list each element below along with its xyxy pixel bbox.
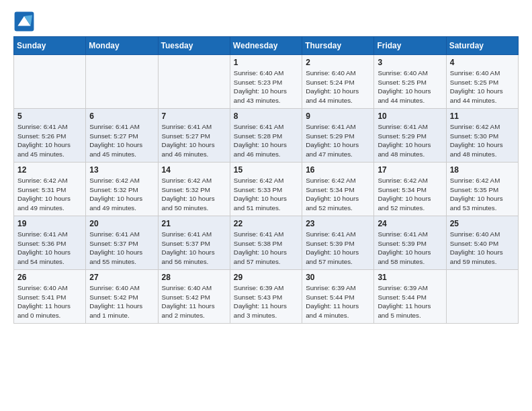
day-info: Sunrise: 6:39 AM Sunset: 5:43 PM Dayligh… <box>234 283 298 320</box>
day-info: Sunrise: 6:42 AM Sunset: 5:31 PM Dayligh… <box>17 176 82 213</box>
weekday-header-wednesday: Wednesday <box>230 37 302 55</box>
day-number: 12 <box>17 165 82 175</box>
calendar-cell: 11Sunrise: 6:42 AM Sunset: 5:30 PM Dayli… <box>446 109 518 163</box>
calendar-cell: 26Sunrise: 6:40 AM Sunset: 5:41 PM Dayli… <box>14 270 86 324</box>
day-number: 9 <box>306 111 370 121</box>
day-info: Sunrise: 6:40 AM Sunset: 5:24 PM Dayligh… <box>306 68 370 105</box>
day-info: Sunrise: 6:41 AM Sunset: 5:39 PM Dayligh… <box>306 230 370 267</box>
day-number: 10 <box>378 111 442 121</box>
calendar-week-3: 19Sunrise: 6:41 AM Sunset: 5:36 PM Dayli… <box>14 216 519 270</box>
calendar-cell: 7Sunrise: 6:41 AM Sunset: 5:27 PM Daylig… <box>158 109 230 163</box>
calendar-cell: 16Sunrise: 6:42 AM Sunset: 5:34 PM Dayli… <box>302 163 374 216</box>
day-number: 24 <box>378 219 442 228</box>
calendar-cell: 14Sunrise: 6:42 AM Sunset: 5:32 PM Dayli… <box>158 163 230 216</box>
calendar-week-0: 1Sunrise: 6:40 AM Sunset: 5:23 PM Daylig… <box>14 55 519 109</box>
day-info: Sunrise: 6:41 AM Sunset: 5:29 PM Dayligh… <box>378 122 442 159</box>
calendar-cell <box>86 55 158 109</box>
calendar-cell <box>14 55 86 109</box>
day-number: 6 <box>89 111 154 121</box>
calendar-cell: 24Sunrise: 6:41 AM Sunset: 5:39 PM Dayli… <box>374 216 446 270</box>
weekday-row: SundayMondayTuesdayWednesdayThursdayFrid… <box>14 37 519 55</box>
day-info: Sunrise: 6:40 AM Sunset: 5:40 PM Dayligh… <box>450 230 515 267</box>
day-info: Sunrise: 6:41 AM Sunset: 5:27 PM Dayligh… <box>89 122 154 159</box>
day-info: Sunrise: 6:41 AM Sunset: 5:28 PM Dayligh… <box>234 122 298 159</box>
day-info: Sunrise: 6:41 AM Sunset: 5:38 PM Dayligh… <box>234 230 298 267</box>
weekday-header-monday: Monday <box>86 37 158 55</box>
day-info: Sunrise: 6:42 AM Sunset: 5:30 PM Dayligh… <box>450 122 515 159</box>
day-info: Sunrise: 6:42 AM Sunset: 5:32 PM Dayligh… <box>162 176 226 213</box>
calendar-cell: 8Sunrise: 6:41 AM Sunset: 5:28 PM Daylig… <box>230 109 302 163</box>
day-info: Sunrise: 6:42 AM Sunset: 5:33 PM Dayligh… <box>234 176 298 213</box>
calendar-cell: 2Sunrise: 6:40 AM Sunset: 5:24 PM Daylig… <box>302 55 374 109</box>
calendar-cell <box>446 270 518 324</box>
calendar-cell: 13Sunrise: 6:42 AM Sunset: 5:32 PM Dayli… <box>86 163 158 216</box>
day-number: 17 <box>378 165 442 175</box>
weekday-header-thursday: Thursday <box>302 37 374 55</box>
day-number: 27 <box>89 273 154 282</box>
day-info: Sunrise: 6:41 AM Sunset: 5:36 PM Dayligh… <box>17 230 82 267</box>
calendar-cell: 22Sunrise: 6:41 AM Sunset: 5:38 PM Dayli… <box>230 216 302 270</box>
day-number: 11 <box>450 111 515 121</box>
calendar-cell: 20Sunrise: 6:41 AM Sunset: 5:37 PM Dayli… <box>86 216 158 270</box>
calendar-cell: 5Sunrise: 6:41 AM Sunset: 5:26 PM Daylig… <box>14 109 86 163</box>
calendar-cell: 10Sunrise: 6:41 AM Sunset: 5:29 PM Dayli… <box>374 109 446 163</box>
day-info: Sunrise: 6:42 AM Sunset: 5:35 PM Dayligh… <box>450 176 515 213</box>
calendar-week-1: 5Sunrise: 6:41 AM Sunset: 5:26 PM Daylig… <box>14 109 519 163</box>
day-number: 16 <box>306 165 370 175</box>
calendar-week-4: 26Sunrise: 6:40 AM Sunset: 5:41 PM Dayli… <box>14 270 519 324</box>
day-number: 7 <box>162 111 226 121</box>
day-info: Sunrise: 6:40 AM Sunset: 5:42 PM Dayligh… <box>162 283 226 320</box>
day-info: Sunrise: 6:41 AM Sunset: 5:27 PM Dayligh… <box>162 122 226 159</box>
day-info: Sunrise: 6:41 AM Sunset: 5:37 PM Dayligh… <box>89 230 154 267</box>
calendar-cell: 17Sunrise: 6:42 AM Sunset: 5:34 PM Dayli… <box>374 163 446 216</box>
calendar-cell: 3Sunrise: 6:40 AM Sunset: 5:25 PM Daylig… <box>374 55 446 109</box>
day-number: 4 <box>450 58 515 67</box>
day-number: 18 <box>450 165 515 175</box>
day-number: 8 <box>234 111 298 121</box>
header <box>13 11 519 32</box>
day-info: Sunrise: 6:42 AM Sunset: 5:34 PM Dayligh… <box>378 176 442 213</box>
calendar-cell: 12Sunrise: 6:42 AM Sunset: 5:31 PM Dayli… <box>14 163 86 216</box>
day-info: Sunrise: 6:41 AM Sunset: 5:29 PM Dayligh… <box>306 122 370 159</box>
day-number: 15 <box>234 165 298 175</box>
calendar-table: SundayMondayTuesdayWednesdayThursdayFrid… <box>13 36 519 324</box>
calendar-cell: 1Sunrise: 6:40 AM Sunset: 5:23 PM Daylig… <box>230 55 302 109</box>
logo <box>13 11 38 32</box>
day-info: Sunrise: 6:41 AM Sunset: 5:39 PM Dayligh… <box>378 230 442 267</box>
day-number: 26 <box>17 273 82 282</box>
calendar-cell: 25Sunrise: 6:40 AM Sunset: 5:40 PM Dayli… <box>446 216 518 270</box>
day-info: Sunrise: 6:41 AM Sunset: 5:37 PM Dayligh… <box>162 230 226 267</box>
calendar-cell: 18Sunrise: 6:42 AM Sunset: 5:35 PM Dayli… <box>446 163 518 216</box>
calendar-cell: 23Sunrise: 6:41 AM Sunset: 5:39 PM Dayli… <box>302 216 374 270</box>
calendar-body: 1Sunrise: 6:40 AM Sunset: 5:23 PM Daylig… <box>14 55 519 324</box>
logo-icon <box>13 11 35 32</box>
day-number: 22 <box>234 219 298 228</box>
weekday-header-friday: Friday <box>374 37 446 55</box>
day-number: 5 <box>17 111 82 121</box>
day-number: 29 <box>234 273 298 282</box>
weekday-header-tuesday: Tuesday <box>158 37 230 55</box>
calendar-cell: 19Sunrise: 6:41 AM Sunset: 5:36 PM Dayli… <box>14 216 86 270</box>
day-number: 14 <box>162 165 226 175</box>
day-number: 21 <box>162 219 226 228</box>
calendar-cell: 30Sunrise: 6:39 AM Sunset: 5:44 PM Dayli… <box>302 270 374 324</box>
day-info: Sunrise: 6:40 AM Sunset: 5:25 PM Dayligh… <box>378 68 442 105</box>
day-number: 2 <box>306 58 370 67</box>
day-number: 1 <box>234 58 298 67</box>
day-number: 23 <box>306 219 370 228</box>
calendar-header: SundayMondayTuesdayWednesdayThursdayFrid… <box>14 37 519 55</box>
day-info: Sunrise: 6:39 AM Sunset: 5:44 PM Dayligh… <box>306 283 370 320</box>
calendar-cell <box>158 55 230 109</box>
day-number: 25 <box>450 219 515 228</box>
day-info: Sunrise: 6:40 AM Sunset: 5:23 PM Dayligh… <box>234 68 298 105</box>
calendar-week-2: 12Sunrise: 6:42 AM Sunset: 5:31 PM Dayli… <box>14 163 519 216</box>
page: SundayMondayTuesdayWednesdayThursdayFrid… <box>0 0 532 411</box>
calendar-cell: 31Sunrise: 6:39 AM Sunset: 5:44 PM Dayli… <box>374 270 446 324</box>
calendar-cell: 15Sunrise: 6:42 AM Sunset: 5:33 PM Dayli… <box>230 163 302 216</box>
day-number: 13 <box>89 165 154 175</box>
calendar-cell: 9Sunrise: 6:41 AM Sunset: 5:29 PM Daylig… <box>302 109 374 163</box>
day-info: Sunrise: 6:39 AM Sunset: 5:44 PM Dayligh… <box>378 283 442 320</box>
calendar-cell: 21Sunrise: 6:41 AM Sunset: 5:37 PM Dayli… <box>158 216 230 270</box>
day-info: Sunrise: 6:40 AM Sunset: 5:25 PM Dayligh… <box>450 68 515 105</box>
calendar-cell: 4Sunrise: 6:40 AM Sunset: 5:25 PM Daylig… <box>446 55 518 109</box>
